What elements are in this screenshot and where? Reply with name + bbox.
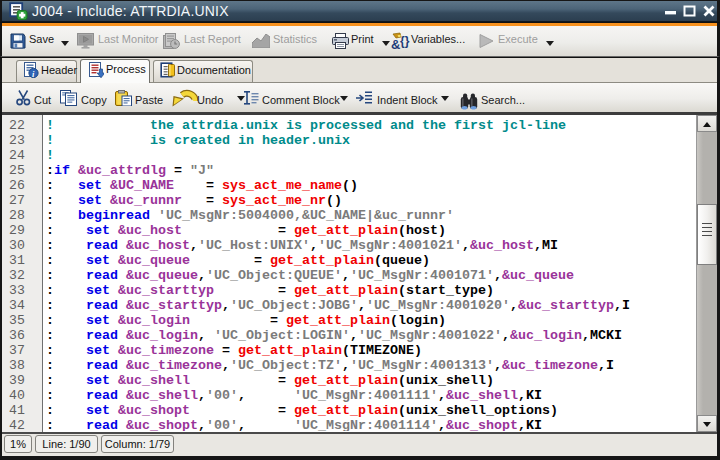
svg-text:&: & [391, 37, 400, 50]
svg-text:{}: {} [400, 34, 410, 48]
